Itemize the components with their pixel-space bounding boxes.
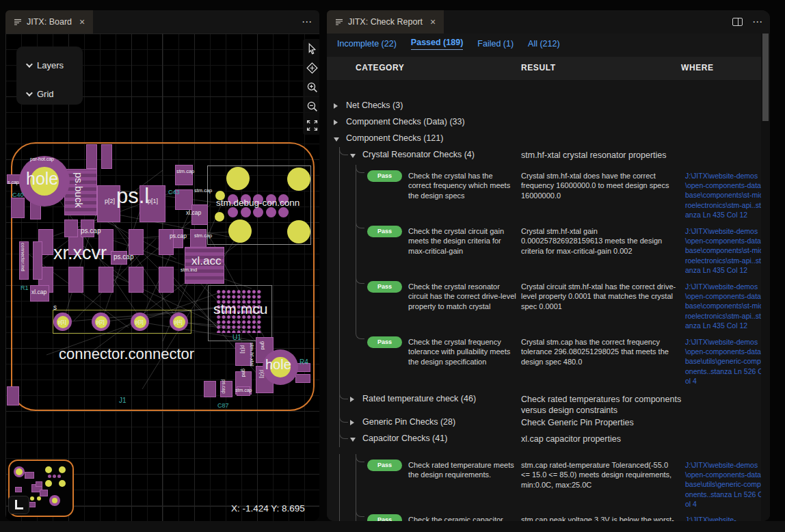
pan-move-icon[interactable]	[304, 60, 319, 75]
board-label: connector.ind	[21, 243, 25, 271]
tree-guide-curve	[339, 147, 348, 155]
tree-guide-curve	[356, 509, 364, 517]
tree-guide-line	[339, 276, 340, 331]
category-row[interactable]: Net Checks (3)	[327, 98, 770, 114]
where-link[interactable]: J:\JITX\website-	[685, 515, 763, 521]
category-row[interactable]: Capacitor Checks (41)xl.cap capacitor pr…	[327, 431, 770, 447]
component-footprint	[204, 381, 216, 397]
split-editor-icon[interactable]	[732, 18, 743, 26]
pass-badge: Pass	[367, 460, 402, 471]
category-label: Generic Pin Checks (28)	[362, 417, 455, 427]
board-label: s	[53, 304, 57, 311]
more-actions-icon[interactable]: ⋯	[752, 16, 763, 28]
category-row[interactable]: Component Checks (Data) (33)	[327, 114, 770, 131]
component-footprint	[101, 144, 112, 169]
component-footprint	[295, 374, 310, 383]
debug-pin-pad	[241, 207, 251, 217]
where-link[interactable]: J:\JITX\website-demos\open-components-da…	[685, 171, 763, 220]
board-label: xl.acc	[191, 255, 221, 267]
filter-tab-all[interactable]: All (212)	[528, 39, 560, 49]
board-label: p[2]	[96, 319, 105, 324]
where-link[interactable]: J:\JITX\website-demos\open-components-da…	[685, 282, 763, 330]
category-label: Component Checks (121)	[346, 133, 443, 143]
expand-twisty-icon[interactable]	[350, 397, 354, 402]
chevron-down-icon	[26, 61, 33, 68]
close-icon[interactable]: ×	[79, 16, 85, 27]
debug-pin-pad	[253, 207, 263, 217]
category-label: Rated temperature check (46)	[362, 394, 476, 403]
expand-twisty-icon[interactable]	[334, 103, 338, 109]
window-bottom-strip	[0, 521, 785, 532]
check-row: PassCheck the crystal frequency toleranc…	[327, 331, 770, 391]
tree-guide-line	[356, 165, 356, 220]
scrollbar-thumb[interactable]	[762, 34, 769, 121]
tree-guide-curve	[356, 276, 364, 284]
tree-guide-curve	[356, 220, 364, 228]
category-row[interactable]: Rated temperature check (46)Check rated …	[327, 391, 770, 414]
debug-pin-pad	[228, 207, 238, 217]
pass-badge: Pass	[367, 226, 402, 237]
through-hole-pad	[228, 220, 252, 243]
tab-title: JITX: Board	[27, 17, 72, 27]
category-row[interactable]: Crystal Resonator Checks (4)stm.hf-xtal …	[327, 147, 770, 165]
tab-jitx-board[interactable]: JITX: Board ×	[5, 10, 93, 34]
category-result: Check rated temperatures for components …	[521, 394, 692, 416]
category-label: Crystal Resonator Checks (4)	[362, 150, 475, 159]
check-result: stm.cap rated-temperature Toleranced(-55…	[521, 460, 677, 490]
zoom-out-icon[interactable]	[304, 98, 319, 114]
scrollbar-track[interactable]	[761, 34, 770, 521]
tree-guide-line	[356, 454, 356, 509]
report-icon	[335, 18, 343, 26]
where-link[interactable]: J:\JITX\website-demos\open-components-da…	[685, 460, 763, 509]
zoom-in-icon[interactable]	[304, 79, 319, 94]
minimap-feature	[45, 480, 52, 487]
board-label: ps.cap	[81, 228, 101, 235]
tree-guide-line	[356, 220, 356, 276]
filter-tab-passed[interactable]: Passed (189)	[411, 38, 463, 50]
app-window: { "window": { "colors": { "accent_orange…	[0, 0, 785, 532]
check-result: Crystal circuit stm.hf-xtal has the corr…	[521, 282, 677, 311]
component-footprint	[11, 198, 25, 218]
select-cursor-icon[interactable]	[304, 41, 319, 56]
category-row[interactable]: Generic Pin Checks (28)Check Generic Pin…	[327, 414, 770, 431]
layers-toggle[interactable]: Layers	[26, 55, 83, 75]
check-description: Check the crystal frequency tolerance wi…	[408, 337, 518, 367]
filter-tab-incomplete[interactable]: Incomplete (22)	[337, 39, 397, 49]
board-label: connector.connector	[59, 347, 194, 362]
zoom-fit-icon[interactable]	[304, 118, 319, 133]
tree-guide-line	[339, 220, 340, 276]
category-label: Component Checks (Data) (33)	[346, 117, 465, 127]
close-icon[interactable]: ×	[430, 16, 436, 27]
tree-guide-curve	[356, 165, 364, 173]
tree-guide-curve	[339, 431, 348, 439]
more-actions-icon[interactable]: ⋯	[302, 16, 312, 28]
board-label: xr.xcvr	[53, 244, 107, 263]
filter-tabs: Incomplete (22)Passed (189)Failed (1)All…	[327, 34, 770, 54]
check-description: Check rated temperature meets the design…	[408, 460, 518, 480]
check-row: PassCheck the crystal has the correct fr…	[327, 165, 770, 220]
where-link[interactable]: J:\JITX\website-demos\open-components-da…	[685, 337, 763, 386]
pass-badge: Pass	[367, 170, 402, 182]
where-link[interactable]: J:\JITX\website-demos\open-components-da…	[685, 226, 763, 275]
grid-toggle[interactable]: Grid	[26, 83, 83, 104]
board-label: stm.mcu	[213, 302, 267, 316]
board-viewport[interactable]: psr-hot.capholeps.buckp[2]ps.lp[1]C40s.c…	[5, 34, 319, 521]
expand-twisty-icon[interactable]	[334, 120, 338, 125]
category-result: xl.cap capacitor properties	[521, 434, 692, 444]
collapse-twisty-icon[interactable]	[350, 438, 356, 442]
tab-jitx-check-report[interactable]: JITX: Check Report ×	[327, 10, 444, 34]
collapse-twisty-icon[interactable]	[334, 137, 339, 142]
minimap-feature	[25, 472, 34, 479]
category-row[interactable]: Component Checks (121)	[327, 131, 770, 147]
report-rows: Net Checks (3)Component Checks (Data) (3…	[327, 80, 770, 521]
collapse-twisty-icon[interactable]	[350, 154, 356, 158]
component-footprint	[64, 220, 78, 237]
origin-axes-icon	[8, 496, 29, 514]
layers-label: Layers	[37, 60, 64, 70]
filter-tab-failed[interactable]: Failed (1)	[477, 39, 514, 49]
expand-twisty-icon[interactable]	[350, 420, 354, 425]
board-label: gnd	[260, 341, 265, 350]
board-label: ps.cap	[222, 380, 226, 394]
report-icon	[14, 18, 22, 26]
board-label: p[1]	[241, 345, 245, 354]
